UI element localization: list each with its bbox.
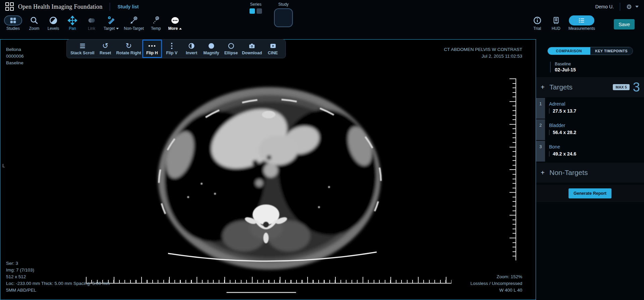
study-list-link[interactable]: Study list xyxy=(117,4,139,9)
menu-item-flip-v[interactable]: Flip V xyxy=(162,40,182,58)
menu-item-label: Rotate Right xyxy=(116,51,141,55)
study-datetime: Jul 2, 2015 11:02:53 xyxy=(444,53,522,60)
menu-item-download[interactable]: Download xyxy=(241,40,263,58)
study-info-overlay: CT ABDOMEN PELVIS W CONTRAST Jul 2, 2015… xyxy=(444,46,522,60)
pan-arrows-icon xyxy=(68,15,77,25)
menu-item-invert[interactable]: Invert xyxy=(182,40,202,58)
series-layout-option-active[interactable] xyxy=(250,8,255,14)
report-section: Generate Report xyxy=(536,185,644,202)
tool-label: Measurements xyxy=(569,26,595,31)
window-level: W 400 L 40 xyxy=(470,287,522,294)
menu-item-reset[interactable]: ↺ Reset xyxy=(96,40,115,58)
targets-section-header[interactable]: + Targets MAX 5 3 xyxy=(536,77,644,97)
save-button[interactable]: Save xyxy=(614,19,635,29)
tool-hud[interactable]: HUD xyxy=(549,13,563,31)
tool-label: Trial xyxy=(533,26,541,31)
tool-label: HUD xyxy=(552,26,560,31)
menu-item-label: Flip H xyxy=(146,51,158,55)
tool-label: Target xyxy=(104,26,115,31)
target-measurement: 56.4 x 28.2 xyxy=(549,130,576,135)
tool-target[interactable]: Target xyxy=(104,13,119,31)
timepoint-label: Baseline xyxy=(6,60,24,66)
tool-temp[interactable]: Temp xyxy=(149,13,163,31)
menu-item-ellipse[interactable]: Ellipse xyxy=(221,40,241,58)
targets-count: 3 xyxy=(633,81,640,94)
main-toolbar: Studies Zoom Levels xyxy=(0,13,644,32)
tab-comparison[interactable]: COMPARISON xyxy=(548,47,590,55)
study-label: Study xyxy=(274,2,293,7)
generate-report-button[interactable]: Generate Report xyxy=(569,188,611,198)
non-target-arrow-icon xyxy=(129,15,138,25)
add-non-target-icon[interactable]: + xyxy=(541,169,549,177)
gear-icon[interactable]: ⚙ xyxy=(626,4,632,10)
chevron-down-icon[interactable] xyxy=(635,6,639,8)
series-selector: Series xyxy=(250,2,262,27)
target-row-bone[interactable]: 3 Bone 49.2 x 24.6 xyxy=(536,141,644,162)
tool-levels[interactable]: Levels xyxy=(46,13,60,31)
reset-icon: ↺ xyxy=(102,42,108,50)
levels-half-circle-icon xyxy=(49,15,58,25)
tab-key-timepoints[interactable]: KEY TIMEPOINTS xyxy=(590,47,633,55)
tool-pan[interactable]: Pan xyxy=(65,13,79,31)
ohif-logo-icon[interactable] xyxy=(5,2,14,11)
menu-item-label: Download xyxy=(242,51,262,55)
study-description: CT ABDOMEN PELVIS W CONTRAST xyxy=(444,46,522,53)
tool-label: Studies xyxy=(6,26,20,31)
info-icon xyxy=(533,15,542,25)
menu-item-cine[interactable]: CINE xyxy=(263,40,283,58)
stack-scroll-icon xyxy=(79,42,86,50)
menu-item-label: Magnify xyxy=(203,51,219,55)
tool-studies[interactable]: Studies xyxy=(4,13,22,31)
target-label: Bone xyxy=(549,144,576,149)
target-number: 3 xyxy=(536,141,545,162)
tool-label: Non-Target xyxy=(124,26,144,31)
target-ruler-icon xyxy=(107,15,116,25)
studies-grid-icon xyxy=(4,15,22,25)
measurements-list-icon xyxy=(569,15,594,25)
add-target-icon[interactable]: + xyxy=(541,83,549,91)
target-row-adrenal[interactable]: 1 Adrenal 27.5 x 13.7 xyxy=(536,98,644,119)
image-viewport[interactable]: Bellona 0000006 Baseline CT ABDOMEN PELV… xyxy=(0,39,536,300)
menu-item-label: CINE xyxy=(268,51,278,55)
tool-label: Link xyxy=(88,26,95,31)
tool-non-target[interactable]: Non-Target xyxy=(124,13,144,31)
tool-trial[interactable]: Trial xyxy=(530,13,544,31)
menu-item-flip-h[interactable]: Flip H xyxy=(142,40,162,58)
non-targets-title: Non-Targets xyxy=(549,169,640,177)
menu-item-label: Stack Scroll xyxy=(70,51,95,55)
timepoint-header: Baseline 02-Jul-15 xyxy=(550,62,644,72)
targets-title: Targets xyxy=(549,83,613,91)
divider xyxy=(110,3,110,11)
max-badge: MAX 5 xyxy=(613,84,630,90)
series-info-overlay: Ser: 3 Img: 7 (7/103) 512 x 512 Loc: -23… xyxy=(6,260,110,294)
target-row-bladder[interactable]: 2 Bladder 56.4 x 28.2 xyxy=(536,119,644,140)
measurements-panel: COMPARISON KEY TIMEPOINTS Baseline 02-Ju… xyxy=(536,32,644,300)
menu-item-stack-scroll[interactable]: Stack Scroll xyxy=(69,40,96,58)
menu-item-rotate-right[interactable]: ↻ Rotate Right xyxy=(115,40,142,58)
magnify-icon xyxy=(208,42,215,50)
target-number: 1 xyxy=(536,98,545,119)
tool-measurements[interactable]: Measurements xyxy=(569,13,595,31)
flip-v-icon xyxy=(170,42,173,50)
timepoint-date: 02-Jul-15 xyxy=(555,67,644,72)
menu-item-magnify[interactable]: Magnify xyxy=(202,40,221,58)
temp-dashed-arrow-icon xyxy=(152,15,160,25)
study-selector: Study xyxy=(274,2,293,27)
invert-icon xyxy=(188,42,195,50)
cine-play-icon xyxy=(269,42,277,50)
image-number: Img: 7 (7/103) xyxy=(6,267,110,274)
app-title: Open Health Imaging Foundation xyxy=(18,3,102,10)
series-layout-option[interactable] xyxy=(257,8,262,14)
display-info-overlay: Zoom: 152% Lossless / Uncompressed W 400… xyxy=(470,274,522,294)
study-layout-box[interactable] xyxy=(274,8,293,27)
tool-link[interactable]: Link xyxy=(85,13,99,31)
vertical-scale-ruler xyxy=(509,78,516,260)
tool-label: Zoom xyxy=(29,26,40,31)
layout-selectors: Series Study xyxy=(250,2,293,27)
target-measurement: 49.2 x 24.6 xyxy=(549,151,576,157)
patient-name: Bellona xyxy=(6,46,24,53)
tool-more[interactable]: More xyxy=(168,13,182,31)
user-name[interactable]: Demo U. xyxy=(595,4,614,9)
tool-zoom[interactable]: Zoom xyxy=(27,13,41,31)
non-targets-section-header[interactable]: + Non-Targets xyxy=(536,163,644,183)
